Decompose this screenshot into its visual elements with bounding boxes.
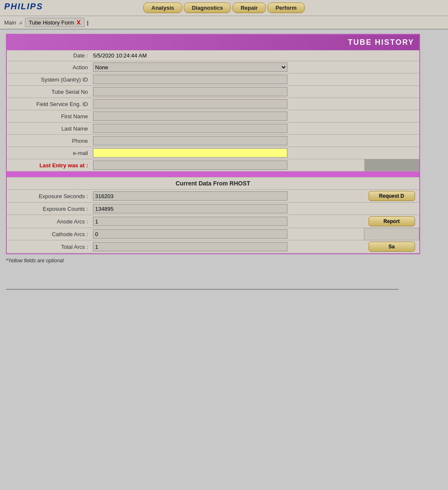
- field-service-label: Field Service Eng. ID: [7, 98, 91, 110]
- email-action-cell: [364, 147, 419, 159]
- footer-note: *Yellow fields are optional: [6, 258, 442, 264]
- system-gantry-row: System (Gantry) ID: [7, 74, 419, 86]
- main-content: TUBE HISTORY Date : 5/5/2020 10:24:44 AM…: [0, 30, 448, 294]
- field-service-input-cell: [91, 98, 364, 110]
- action-action-cell: [364, 61, 419, 74]
- last-entry-input-cell: [91, 159, 364, 172]
- system-gantry-input[interactable]: [93, 75, 287, 84]
- first-name-input[interactable]: [93, 112, 287, 121]
- cathode-arcs-row: Cathode Arcs :: [7, 228, 419, 240]
- last-entry-input[interactable]: [93, 161, 287, 170]
- breadcrumb-separator: ⊿: [19, 20, 22, 25]
- nav-analysis-btn[interactable]: Analysis: [143, 3, 182, 13]
- action-input-cell: None Install Remove Replace: [91, 61, 364, 74]
- phone-row: Phone: [7, 135, 419, 147]
- first-name-input-cell: [91, 110, 364, 122]
- phone-label: Phone: [7, 135, 91, 147]
- cathode-arcs-action-cell: [364, 228, 419, 240]
- date-value: 5/5/2020 10:24:44 AM: [93, 52, 147, 59]
- email-input-cell: [91, 147, 364, 159]
- last-name-row: Last Name: [7, 122, 419, 135]
- total-arcs-input[interactable]: [93, 242, 287, 251]
- nav-diagnostics-btn[interactable]: Diagnostics: [184, 3, 231, 13]
- action-select[interactable]: None Install Remove Replace: [93, 63, 287, 72]
- anode-arcs-label: Anode Arcs :: [7, 215, 91, 228]
- action-row: Action None Install Remove Replace: [7, 61, 419, 74]
- save-button[interactable]: Sa: [369, 242, 415, 252]
- date-row: Date : 5/5/2020 10:24:44 AM: [7, 50, 419, 61]
- anode-arcs-input[interactable]: [93, 217, 287, 226]
- last-entry-row: Last Entry was at :: [7, 159, 419, 172]
- last-name-action-cell: [364, 122, 419, 135]
- section-header-label: Current Data From RHOST: [7, 177, 419, 190]
- date-action-cell: [364, 50, 419, 61]
- date-label: Date :: [7, 50, 91, 61]
- report-button[interactable]: Report: [369, 216, 415, 226]
- last-name-label: Last Name: [7, 122, 91, 135]
- first-name-row: First Name: [7, 110, 419, 122]
- section-header-row: Current Data From RHOST: [7, 177, 419, 190]
- phone-input[interactable]: [93, 136, 287, 145]
- cathode-arcs-input-cell: [91, 228, 364, 240]
- request-data-btn-cell: Request D: [364, 190, 419, 203]
- tab-close-btn[interactable]: X: [76, 19, 80, 26]
- system-gantry-input-cell: [91, 74, 364, 86]
- exposure-seconds-input[interactable]: [93, 191, 287, 201]
- action-label: Action: [7, 61, 91, 74]
- field-service-action-cell: [364, 98, 419, 110]
- tube-serial-label: Tube Serial No: [7, 86, 91, 98]
- nav-repair-btn[interactable]: Repair: [232, 3, 265, 13]
- total-arcs-label: Total Arcs :: [7, 240, 91, 253]
- first-name-label: First Name: [7, 110, 91, 122]
- exposure-counts-label: Exposure Counts :: [7, 203, 91, 215]
- tube-serial-input-cell: [91, 86, 364, 98]
- tube-serial-input[interactable]: [93, 87, 287, 96]
- save-btn-cell: Sa: [364, 240, 419, 253]
- tube-history-tab[interactable]: Tube History Form X: [25, 18, 85, 27]
- last-entry-label: Last Entry was at :: [7, 159, 91, 172]
- form-title: TUBE HISTORY: [348, 38, 414, 46]
- phone-input-cell: [91, 135, 364, 147]
- nav-perform-btn[interactable]: Perform: [268, 3, 305, 13]
- email-row: e-mail: [7, 147, 419, 159]
- phone-action-cell: [364, 135, 419, 147]
- date-value-cell: 5/5/2020 10:24:44 AM: [91, 50, 364, 61]
- total-arcs-row: Total Arcs : Sa: [7, 240, 419, 253]
- top-nav-bar: PHILIPS Analysis Diagnostics Repair Perf…: [0, 0, 448, 16]
- system-gantry-action-cell: [364, 74, 419, 86]
- system-gantry-label: System (Gantry) ID: [7, 74, 91, 86]
- tab-bar: Main ⊿ Tube History Form X |: [0, 16, 448, 30]
- tab-cursor: |: [87, 19, 89, 26]
- exposure-seconds-input-cell: [91, 190, 364, 203]
- field-service-row: Field Service Eng. ID: [7, 98, 419, 110]
- total-arcs-input-cell: [91, 240, 364, 253]
- last-name-input-cell: [91, 122, 364, 135]
- form-header: TUBE HISTORY: [7, 35, 419, 50]
- philips-logo: PHILIPS: [4, 2, 43, 11]
- tube-history-form: TUBE HISTORY Date : 5/5/2020 10:24:44 AM…: [6, 34, 420, 254]
- cathode-arcs-label: Cathode Arcs :: [7, 228, 91, 240]
- bottom-divider: [6, 289, 399, 290]
- exposure-counts-row: Exposure Counts :: [7, 203, 419, 215]
- anode-arcs-input-cell: [91, 215, 364, 228]
- form-table: Date : 5/5/2020 10:24:44 AM Action None …: [7, 50, 419, 253]
- pink-separator-row: [7, 172, 419, 177]
- report-btn-cell: Report: [364, 215, 419, 228]
- request-data-button[interactable]: Request D: [369, 191, 415, 201]
- breadcrumb-main[interactable]: Main: [4, 19, 16, 26]
- exposure-seconds-label: Exposure Seconds :: [7, 190, 91, 203]
- field-service-input[interactable]: [93, 99, 287, 109]
- exposure-counts-input[interactable]: [93, 204, 287, 213]
- exposure-counts-input-cell: [91, 203, 364, 215]
- email-label: e-mail: [7, 147, 91, 159]
- anode-arcs-row: Anode Arcs : Report: [7, 215, 419, 228]
- cathode-arcs-input[interactable]: [93, 229, 287, 239]
- email-input[interactable]: [93, 148, 287, 158]
- first-name-action-cell: [364, 110, 419, 122]
- last-entry-action-cell: [364, 159, 419, 172]
- last-name-input[interactable]: [93, 124, 287, 133]
- exposure-seconds-row: Exposure Seconds : Request D: [7, 190, 419, 203]
- tab-label: Tube History Form: [29, 19, 74, 26]
- exposure-counts-action-cell: [364, 203, 419, 215]
- tube-serial-action-cell: [364, 86, 419, 98]
